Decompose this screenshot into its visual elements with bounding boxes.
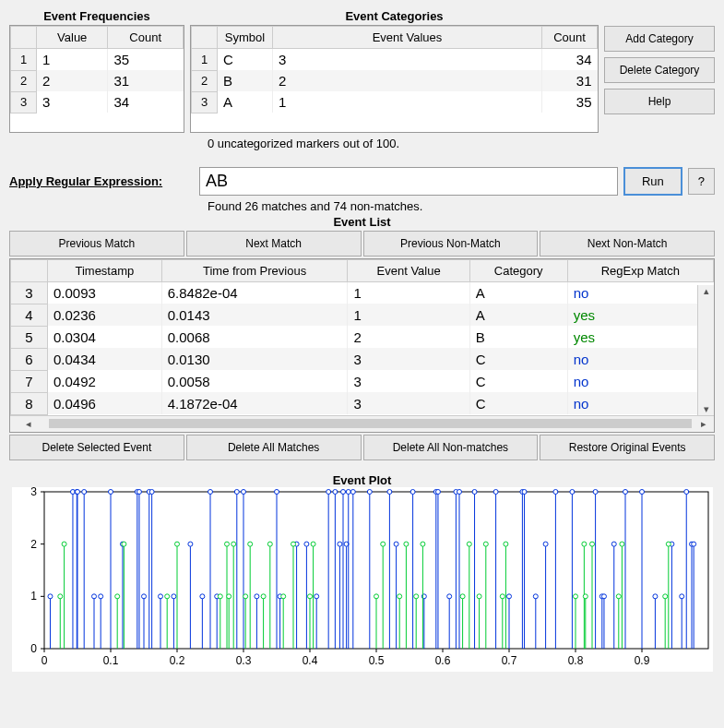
- table-row[interactable]: 3334: [11, 91, 184, 113]
- svg-point-124: [506, 593, 511, 598]
- svg-point-38: [81, 489, 86, 494]
- delete-selected-event-button[interactable]: Delete Selected Event: [9, 435, 184, 460]
- svg-point-236: [666, 542, 671, 546]
- svg-point-50: [136, 489, 141, 494]
- svg-point-196: [311, 542, 315, 546]
- cat-col-values[interactable]: Event Values: [273, 27, 542, 49]
- svg-point-44: [108, 489, 113, 494]
- svg-point-36: [75, 489, 79, 494]
- svg-point-122: [493, 489, 498, 494]
- uncategorized-status: 0 uncategorized markers out of 100.: [208, 137, 715, 150]
- next-non-match-button[interactable]: Next Non-Match: [540, 231, 715, 257]
- matches-status: Found 26 matches and 74 non-matches.: [208, 199, 715, 213]
- svg-text:0.8: 0.8: [567, 654, 583, 667]
- freq-title: Event Frequencies: [9, 9, 184, 23]
- svg-point-168: [121, 542, 125, 546]
- regex-input[interactable]: [199, 167, 618, 196]
- svg-point-164: [62, 542, 66, 546]
- svg-point-156: [683, 489, 688, 494]
- svg-point-170: [164, 593, 169, 598]
- svg-point-136: [569, 489, 574, 494]
- svg-point-198: [374, 593, 378, 598]
- regex-label: Apply Regular Expression:: [9, 174, 194, 188]
- svg-point-220: [503, 542, 507, 546]
- svg-point-134: [552, 489, 557, 494]
- svg-point-228: [589, 542, 594, 546]
- col-time-from-prev[interactable]: Time from Previous: [161, 259, 348, 281]
- svg-point-190: [280, 593, 285, 598]
- svg-point-172: [174, 542, 179, 546]
- cat-title: Event Categories: [190, 9, 599, 23]
- col-timestamp[interactable]: Timestamp: [48, 259, 162, 281]
- cat-table[interactable]: Symbol Event Values Count 1C3342B2313A13…: [191, 26, 598, 113]
- vertical-scrollbar[interactable]: ▴ ▾: [697, 285, 714, 415]
- next-match-button[interactable]: Next Match: [186, 231, 362, 257]
- svg-point-66: [208, 489, 212, 494]
- table-row[interactable]: 3A135: [192, 91, 598, 113]
- svg-text:0.2: 0.2: [169, 654, 184, 667]
- svg-point-64: [199, 593, 204, 598]
- freq-table[interactable]: Value Count 113522313334: [10, 26, 184, 113]
- freq-col-value[interactable]: Value: [37, 27, 108, 49]
- svg-point-222: [573, 593, 577, 598]
- svg-point-114: [446, 593, 451, 598]
- prev-non-match-button[interactable]: Previous Non-Match: [363, 231, 539, 257]
- freq-col-count[interactable]: Count: [108, 27, 184, 49]
- scroll-down-icon[interactable]: ▾: [698, 403, 714, 415]
- cat-col-count[interactable]: Count: [542, 27, 598, 49]
- svg-text:2: 2: [30, 537, 37, 550]
- svg-point-118: [457, 489, 461, 494]
- svg-point-132: [543, 542, 548, 546]
- delete-all-non-matches-button[interactable]: Delete All Non-matches: [363, 435, 539, 460]
- prev-match-button[interactable]: Previous Match: [9, 231, 184, 257]
- svg-point-84: [314, 593, 318, 598]
- table-row[interactable]: 1C334: [192, 49, 598, 71]
- table-row[interactable]: 2B231: [192, 70, 598, 91]
- svg-point-58: [158, 593, 162, 598]
- table-row[interactable]: 70.04920.00583Cno: [11, 370, 714, 392]
- table-row[interactable]: 80.04964.1872e-043Cno: [11, 392, 714, 414]
- svg-point-166: [114, 593, 119, 598]
- svg-point-194: [307, 593, 312, 598]
- svg-point-204: [403, 542, 408, 546]
- svg-point-202: [397, 593, 401, 598]
- svg-point-100: [367, 489, 372, 494]
- svg-text:0.5: 0.5: [368, 654, 384, 667]
- scroll-up-icon[interactable]: ▴: [698, 285, 714, 297]
- restore-original-events-button[interactable]: Restore Original Events: [540, 435, 715, 460]
- cat-col-symbol[interactable]: Symbol: [218, 27, 273, 49]
- svg-point-150: [652, 593, 657, 598]
- table-row[interactable]: 60.04340.01303Cno: [11, 348, 714, 370]
- svg-point-154: [679, 593, 683, 598]
- table-row[interactable]: 2231: [11, 70, 184, 91]
- col-event-value[interactable]: Event Value: [348, 259, 469, 281]
- table-row[interactable]: 30.00936.8482e-041Ano: [11, 281, 714, 304]
- scroll-left-icon[interactable]: ◂: [10, 418, 47, 430]
- svg-point-216: [483, 542, 488, 546]
- svg-point-30: [47, 593, 52, 598]
- scroll-thumb[interactable]: [49, 419, 692, 428]
- help-button[interactable]: Help: [604, 89, 715, 114]
- delete-all-matches-button[interactable]: Delete All Matches: [186, 435, 362, 460]
- svg-point-162: [57, 593, 62, 598]
- svg-text:0.9: 0.9: [634, 654, 649, 667]
- table-row[interactable]: 50.03040.00682Byes: [11, 326, 714, 348]
- col-category[interactable]: Category: [469, 259, 567, 281]
- table-row[interactable]: 1135: [11, 49, 184, 71]
- table-row[interactable]: 40.02360.01431Ayes: [11, 304, 714, 326]
- col-regexp-match[interactable]: RegExp Match: [567, 259, 713, 281]
- svg-text:3: 3: [30, 487, 37, 498]
- svg-point-212: [467, 542, 471, 546]
- svg-text:0: 0: [30, 642, 37, 655]
- svg-point-74: [254, 593, 258, 598]
- delete-category-button[interactable]: Delete Category: [604, 57, 715, 83]
- event-list-table[interactable]: Timestamp Time from Previous Event Value…: [10, 259, 714, 415]
- run-button[interactable]: Run: [623, 167, 682, 196]
- scroll-right-icon[interactable]: ▸: [694, 418, 714, 430]
- svg-point-102: [386, 489, 391, 494]
- regex-help-button[interactable]: ?: [688, 168, 715, 195]
- add-category-button[interactable]: Add Category: [604, 26, 715, 52]
- svg-point-52: [141, 593, 146, 598]
- svg-point-86: [326, 489, 330, 494]
- horizontal-scrollbar[interactable]: ◂ ▸: [10, 415, 714, 432]
